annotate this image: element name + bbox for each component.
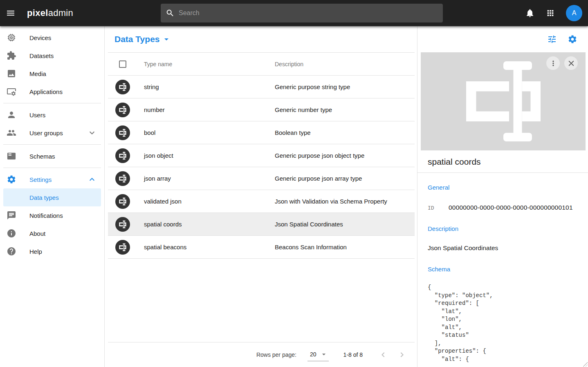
description-cell: Generic purpose json array type [275,175,415,182]
sidebar-item-label: Settings [29,176,52,183]
sidebar-item-label: Applications [29,88,63,95]
sidebar-item-label: User groups [29,130,63,137]
id-row: ID 00000000-0000-0000-0000-000000000101 [428,204,580,211]
settings-gear-button[interactable] [568,34,577,44]
sidebar-item-label: About [29,230,45,237]
sidebar-item-datasets[interactable]: Datasets [0,47,104,65]
id-label: ID [428,205,449,211]
sidebar-item-applications[interactable]: Applications [0,83,104,101]
schema-code-block: { "type": "object", "required": [ "lat",… [428,284,580,363]
type-name-cell: spatial beacons [144,244,275,251]
app-gear-icon [7,87,16,96]
gear-icon [7,175,16,184]
table-row[interactable]: number Generic number type [108,98,415,121]
data-types-panel: Data Types Type name Description string … [108,26,415,367]
description-cell: Generic number type [275,106,415,113]
general-section-label: General [428,184,580,191]
type-hero-image [421,52,586,150]
chevron-down-icon [87,128,97,138]
hamburger-menu-button[interactable] [1,3,20,23]
pagination-bar: Rows per page: 20 1-8 of 8 [108,342,415,367]
sidebar-item-schemas[interactable]: Schemas [0,147,104,165]
sidebar-item-label: Datasets [29,52,54,59]
close-drawer-button[interactable] [564,56,578,70]
sidebar-item-label: Media [29,70,46,77]
sidebar-item-user-groups[interactable]: User groups [0,124,104,142]
sidebar-item-settings[interactable]: Settings [0,170,104,188]
column-header-description: Description [275,61,415,67]
data-type-icon [115,217,130,232]
sidebar-item-notifications[interactable]: Notifications [0,206,104,224]
table-row[interactable]: validated json Json with Validation via … [108,190,415,213]
bell-icon [525,8,535,18]
table-row[interactable]: spatial beacons Beacons Scan Information [108,236,415,259]
type-name-cell: json array [144,175,275,182]
sidebar-item-label: Notifications [29,212,63,219]
sidebar-divider [3,103,101,103]
data-type-glyph-icon [460,58,546,144]
data-type-icon [115,194,130,209]
pagination-range: 1-8 of 8 [343,351,363,358]
help-icon [7,246,16,256]
image-icon [7,69,16,78]
drawer-divider [417,172,588,173]
sidebar-item-label: Schemas [29,153,55,160]
sidebar-item-label: Users [29,112,45,119]
sidebar-item-data-types[interactable]: Data types [3,188,101,206]
drawer-title: spatial coords [417,150,588,172]
apps-grid-button[interactable] [545,8,555,18]
topbar-actions: A [525,0,582,26]
table-row[interactable]: bool Boolean type [108,121,415,144]
data-type-icon [115,148,130,163]
brand-light: admin [48,8,73,18]
gear-icon [568,34,577,44]
table-row[interactable]: string Generic purpose string type [108,76,415,98]
rows-per-page-label: Rows per page: [256,351,296,358]
drawer-body: General ID 00000000-0000-0000-0000-00000… [417,184,588,363]
select-all-checkbox[interactable] [119,60,126,68]
description-cell: Boolean type [275,129,415,136]
app-root: pixeladmin A Devices Datasets Media [0,0,588,367]
dropdown-arrow-icon [320,350,328,358]
type-name-cell: json object [144,152,275,159]
rows-per-page-select[interactable]: 20 [307,349,329,361]
previous-page-button[interactable] [378,350,388,360]
rows-per-page-value: 20 [310,351,316,358]
filter-tune-button[interactable] [547,34,557,44]
search-input[interactable] [179,9,438,17]
chevron-left-icon [378,350,388,360]
sidebar-item-help[interactable]: Help [0,242,104,260]
page-header: Data Types [108,26,415,52]
sidebar-item-users[interactable]: Users [0,106,104,124]
puzzle-icon [7,51,16,60]
sidebar-item-about[interactable]: About [0,224,104,242]
person-icon [7,110,16,120]
close-icon [567,59,576,68]
description-cell: Json Spatial Coordinates [275,221,415,228]
schema-section-label: Schema [428,266,580,273]
sidebar-item-label: Data types [29,194,59,201]
data-type-icon [115,125,130,140]
notifications-bell-button[interactable] [525,8,535,18]
user-avatar[interactable]: A [566,5,582,21]
search-bar[interactable] [161,4,443,22]
next-page-button[interactable] [397,350,407,360]
table-row[interactable]: json array Generic purpose json array ty… [108,167,415,190]
people-icon [7,128,16,138]
sidebar-item-media[interactable]: Media [0,65,104,83]
sidebar-divider [3,144,101,145]
table-row-selected[interactable]: spatial coords Json Spatial Coordinates [108,213,415,236]
id-value: 00000000-0000-0000-0000-000000000101 [449,204,573,211]
page-title-dropdown[interactable]: Data Types [114,34,171,44]
more-options-button[interactable] [546,56,560,70]
type-name-cell: number [144,106,275,113]
chevron-up-icon [87,175,97,184]
table-header: Type name Description [108,52,415,76]
brand-logo: pixeladmin [27,8,73,18]
hamburger-icon [6,8,16,18]
drawer-toolbar [417,26,588,52]
sidebar-item-devices[interactable]: Devices [0,29,104,47]
description-value: Json Spatial Coordinates [428,244,580,252]
dropdown-arrow-icon [162,34,171,44]
table-row[interactable]: json object Generic purpose json object … [108,144,415,167]
